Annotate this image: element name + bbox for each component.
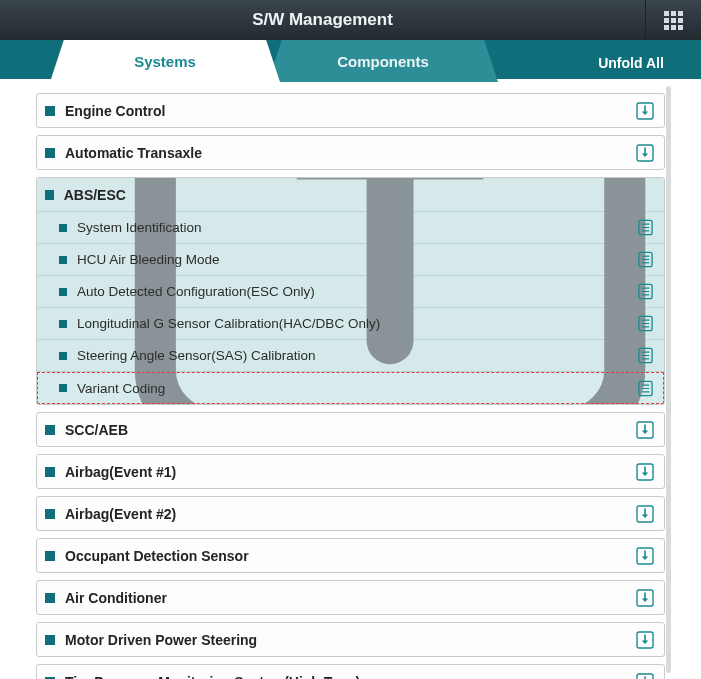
bullet-icon <box>45 106 55 116</box>
tab-systems[interactable]: Systems <box>50 40 280 82</box>
row-label: SCC/AEB <box>65 422 128 438</box>
download-icon <box>636 463 654 481</box>
row-label: Tire Pressure Monitoring System(High Typ… <box>65 674 360 680</box>
tab-bar: Systems Components Unfold All <box>0 40 701 82</box>
subrow-label: HCU Air Bleeding Mode <box>77 252 220 267</box>
document-icon <box>637 219 654 236</box>
row-label: Air Conditioner <box>65 590 167 606</box>
download-icon <box>636 505 654 523</box>
system-row-tpms-high[interactable]: Tire Pressure Monitoring System(High Typ… <box>36 664 665 679</box>
system-row-scc-aeb[interactable]: SCC/AEB <box>36 412 665 447</box>
download-icon <box>636 631 654 649</box>
bullet-icon <box>45 593 55 603</box>
bullet-icon <box>45 425 55 435</box>
bullet-icon <box>45 635 55 645</box>
download-icon <box>636 144 654 162</box>
scrollbar[interactable] <box>666 86 671 673</box>
subrow-label: Auto Detected Configuration(ESC Only) <box>77 284 315 299</box>
download-icon <box>636 421 654 439</box>
subrow-label: System Identification <box>77 220 202 235</box>
svg-marker-37 <box>642 556 648 560</box>
system-row-airbag-event2[interactable]: Airbag(Event #2) <box>36 496 665 531</box>
download-icon <box>636 673 654 680</box>
systems-list: Engine Control Automatic Transaxle ABS/E… <box>0 82 701 679</box>
svg-marker-1 <box>642 111 648 115</box>
apps-menu-button[interactable] <box>645 0 701 40</box>
svg-marker-41 <box>642 640 648 644</box>
subrow-label: Longitudinal G Sensor Calibration(HAC/DB… <box>77 316 380 331</box>
document-icon <box>637 283 654 300</box>
bullet-icon <box>45 467 55 477</box>
document-icon <box>637 251 654 268</box>
system-row-abs-esc[interactable]: ABS/ESC <box>37 178 664 212</box>
svg-marker-33 <box>642 472 648 476</box>
svg-marker-3 <box>642 153 648 157</box>
svg-marker-39 <box>642 598 648 602</box>
download-icon <box>636 102 654 120</box>
download-icon <box>636 589 654 607</box>
row-label: Motor Driven Power Steering <box>65 632 257 648</box>
document-icon <box>637 380 654 397</box>
bullet-icon <box>45 148 55 158</box>
svg-marker-31 <box>642 430 648 434</box>
system-group-abs-esc: ABS/ESC System Identification HCU Air Bl… <box>36 177 665 405</box>
row-label: ABS/ESC <box>64 187 126 203</box>
tab-components[interactable]: Components <box>268 40 498 82</box>
row-label: Automatic Transaxle <box>65 145 202 161</box>
bullet-icon <box>59 256 67 264</box>
apps-grid-icon <box>664 11 683 30</box>
system-row-airbag-event1[interactable]: Airbag(Event #1) <box>36 454 665 489</box>
unfold-all-button[interactable]: Unfold All <box>561 44 701 82</box>
bullet-icon <box>45 190 54 200</box>
download-icon <box>636 547 654 565</box>
system-row-engine-control[interactable]: Engine Control <box>36 93 665 128</box>
bullet-icon <box>59 352 67 360</box>
bullet-icon <box>59 224 67 232</box>
app-header: S/W Management <box>0 0 701 40</box>
subrow-label: Variant Coding <box>77 381 165 396</box>
system-row-occupant-detection[interactable]: Occupant Detection Sensor <box>36 538 665 573</box>
bullet-icon <box>59 320 67 328</box>
bullet-icon <box>59 384 67 392</box>
svg-marker-35 <box>642 514 648 518</box>
bullet-icon <box>45 509 55 519</box>
svg-marker-5 <box>296 177 484 180</box>
bullet-icon <box>45 551 55 561</box>
row-label: Airbag(Event #2) <box>65 506 176 522</box>
row-label: Airbag(Event #1) <box>65 464 176 480</box>
system-row-automatic-transaxle[interactable]: Automatic Transaxle <box>36 135 665 170</box>
system-row-air-conditioner[interactable]: Air Conditioner <box>36 580 665 615</box>
page-title: S/W Management <box>0 10 645 30</box>
row-label: Occupant Detection Sensor <box>65 548 249 564</box>
row-label: Engine Control <box>65 103 165 119</box>
app-root: S/W Management Systems Components Unfold… <box>0 0 701 679</box>
subrow-label: Steering Angle Sensor(SAS) Calibration <box>77 348 316 363</box>
bullet-icon <box>59 288 67 296</box>
system-row-mdps[interactable]: Motor Driven Power Steering <box>36 622 665 657</box>
document-icon <box>637 315 654 332</box>
document-icon <box>637 347 654 364</box>
